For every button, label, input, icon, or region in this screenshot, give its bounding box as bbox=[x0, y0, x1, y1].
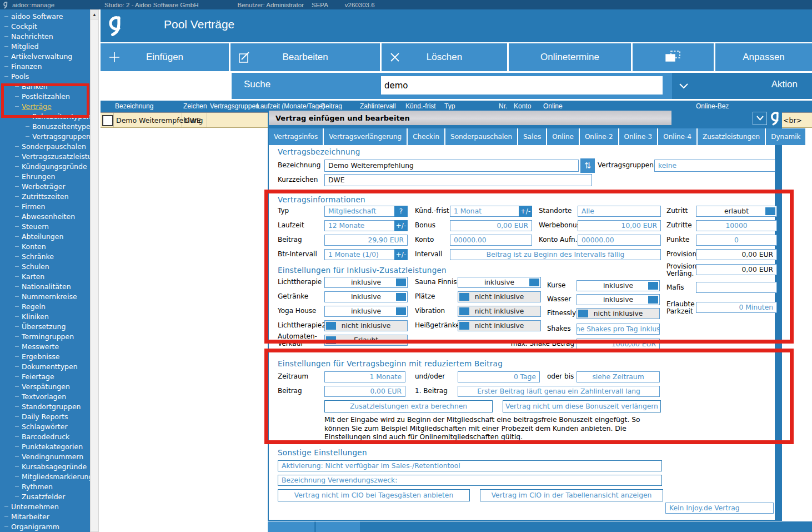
mafis-field[interactable] bbox=[696, 282, 777, 293]
dialog-titlebar[interactable]: Vertrag einfügen und bearbeiten bbox=[269, 111, 671, 125]
sidebar-item[interactable]: Pools bbox=[0, 71, 90, 81]
getraenke-toggle[interactable]: inklusive bbox=[324, 291, 408, 302]
sidebar-item[interactable]: Vendingnummern bbox=[0, 451, 90, 461]
lichttherapie2-toggle[interactable]: nicht inklusive bbox=[324, 320, 408, 331]
punkte-field[interactable]: 0 bbox=[696, 235, 777, 246]
sidebar-item[interactable]: Rythmen bbox=[0, 481, 90, 491]
sidebar-item[interactable]: Mitgliedsmarkierungen bbox=[0, 471, 90, 481]
sidebar-item[interactable]: Bonuszeitentypen bbox=[0, 121, 90, 131]
sidebar-item[interactable]: Daily Reports bbox=[0, 411, 90, 421]
sidebar-item[interactable]: Abwesenheiten bbox=[0, 211, 90, 221]
column-header[interactable]: Online-Bez bbox=[696, 102, 729, 110]
column-header[interactable]: Künd.-frist bbox=[405, 102, 436, 110]
sidebar-item[interactable]: Regeln bbox=[0, 301, 90, 311]
injoy-field[interactable]: Kein Injoy.de Vertrag bbox=[665, 503, 774, 514]
zutritt-toggle[interactable]: erlaubt bbox=[696, 206, 777, 217]
vibration-toggle[interactable]: nicht inklusive bbox=[458, 306, 541, 317]
parkzeit-field[interactable]: 0 Minuten bbox=[696, 302, 777, 313]
sidebar-item[interactable]: aidoo Software bbox=[0, 11, 90, 21]
sidebar-item[interactable]: Verspätungen bbox=[0, 381, 90, 391]
sidebar-item[interactable]: Organigramm bbox=[0, 521, 90, 531]
sidebar-item[interactable]: Nummernkreise bbox=[0, 291, 90, 301]
beitrag-field[interactable]: 29,90 EUR bbox=[324, 235, 408, 246]
sidebar-item[interactable]: Artikelverwaltung bbox=[0, 51, 90, 61]
yoga-toggle[interactable]: inklusive bbox=[324, 306, 408, 317]
sidebar-item[interactable]: Schlagwörter bbox=[0, 421, 90, 431]
sidebar-item[interactable]: Vertragszusatzleistungen bbox=[0, 151, 90, 161]
sidebar-item[interactable]: Sonderpauschalen bbox=[0, 141, 90, 151]
sidebar-item[interactable]: Unternehmen bbox=[0, 501, 90, 511]
sidebar-item[interactable]: Mitarbeiter bbox=[0, 511, 90, 521]
kurse-toggle[interactable]: inklusive bbox=[577, 280, 660, 291]
translate-swap-icon[interactable]: ⇅ bbox=[580, 158, 595, 173]
bonus-field[interactable]: 0,00 EUR bbox=[450, 220, 532, 231]
sidebar-item[interactable]: Ruhezeitentypen bbox=[0, 111, 90, 121]
dialog-tab[interactable]: Online-2 bbox=[580, 128, 618, 145]
dialog-tab[interactable]: Sales bbox=[518, 128, 546, 145]
sidebar-item[interactable]: Schränke bbox=[0, 251, 90, 261]
sidebar-item[interactable]: Kündigungsgründe bbox=[0, 161, 90, 171]
konto-aufn-field[interactable]: 00000.00 bbox=[578, 235, 661, 246]
vertragsgruppen-field[interactable]: keine bbox=[654, 160, 775, 172]
bezeichnung-field[interactable]: Demo Weiterempfehlung bbox=[324, 160, 579, 172]
sidebar-item[interactable]: Karten bbox=[0, 271, 90, 281]
column-header[interactable]: Online bbox=[543, 102, 563, 110]
sidebar-item[interactable]: Vertragsgruppen bbox=[0, 131, 90, 141]
lichttherapie-toggle[interactable]: inklusive bbox=[324, 277, 408, 288]
sidebar-item[interactable]: Ergebnisse bbox=[0, 351, 90, 361]
sidebar-item[interactable]: Banken bbox=[0, 81, 90, 91]
column-header[interactable]: Laufzeit (Monate/Tage) bbox=[257, 102, 325, 110]
dialog-footer-button-2[interactable] bbox=[316, 521, 360, 532]
sidebar-item[interactable]: Cockpit bbox=[0, 21, 90, 31]
erster-beitrag-field[interactable]: Erster Beitrag läuft genau ein Zahlinter… bbox=[458, 386, 660, 397]
insert-button[interactable]: Einfügen bbox=[101, 43, 229, 71]
fitnessly-toggle[interactable]: nicht inklusive bbox=[577, 308, 660, 319]
sidebar-item[interactable]: Punktekategorien bbox=[0, 441, 90, 451]
laufzeit-stepper[interactable]: +/- bbox=[394, 220, 408, 231]
column-header[interactable]: Vertragsgruppen bbox=[210, 102, 259, 110]
sidebar-item[interactable]: Nachrichten bbox=[0, 31, 90, 41]
sidebar-item[interactable]: Standortgruppen bbox=[0, 401, 90, 411]
oderbis-field[interactable]: siehe Zeitraum bbox=[577, 371, 660, 382]
shakes-field[interactable]: keine Shakes pro Tag inklusive bbox=[577, 324, 660, 335]
sidebar-item[interactable]: Zutrittszeiten bbox=[0, 191, 90, 201]
dialog-tab[interactable]: Vertragsverlängerung bbox=[324, 128, 407, 145]
zeitraum-field[interactable]: 1 Monate bbox=[324, 371, 405, 382]
cio-tabellenansicht-button[interactable]: Vertrag im CIO in der Tabellenansicht an… bbox=[480, 489, 663, 501]
scroll-up-arrow-icon[interactable]: ▲ bbox=[91, 10, 98, 19]
aktivierung-field[interactable]: Aktivierung: Nicht verfügbar im Sales-/R… bbox=[278, 460, 662, 471]
column-header[interactable]: Bezeichnung bbox=[115, 102, 153, 110]
column-header[interactable]: Nr. bbox=[499, 102, 507, 110]
customize-button[interactable]: Anpassen bbox=[715, 43, 812, 71]
verwendungszweck-field[interactable]: Bezeichnung Verwendungszweck: bbox=[278, 475, 662, 486]
reduced-beitrag-field[interactable]: 0,00 EUR bbox=[324, 386, 405, 397]
intervall-field[interactable]: Beitrag ist zu Beginn des Intervalls fäl… bbox=[450, 249, 661, 260]
sidebar-item[interactable]: Mitglied bbox=[0, 41, 90, 51]
sidebar-item[interactable]: Konten bbox=[0, 241, 90, 251]
sidebar-item[interactable]: Termingruppen bbox=[0, 331, 90, 341]
action-dropdown[interactable]: Aktion bbox=[672, 73, 812, 99]
kuend-frist-stepper[interactable]: +/- bbox=[519, 206, 532, 217]
provision-verl-field[interactable]: 0,00 EUR bbox=[696, 264, 777, 275]
zusatz-extra-button[interactable]: Zusatzleistungen extra berechnen bbox=[324, 400, 493, 412]
sidebar-item[interactable]: Postleitzahlen bbox=[0, 91, 90, 101]
sidebar-item[interactable]: Übersetzung bbox=[0, 321, 90, 331]
plaetze-toggle[interactable]: nicht inklusive bbox=[458, 291, 541, 302]
sidebar-item[interactable]: Steuern bbox=[0, 221, 90, 231]
sidebar-item[interactable]: Barcodedruck bbox=[0, 431, 90, 441]
sidebar-item[interactable]: Kursabsagegründe bbox=[0, 461, 90, 471]
dialog-collapse-button[interactable] bbox=[753, 112, 767, 125]
column-header[interactable]: Zeichen bbox=[183, 102, 207, 110]
kurzzeichen-field[interactable]: DWE bbox=[324, 174, 592, 186]
dialog-tab[interactable]: Vertragsinfos bbox=[269, 128, 323, 145]
wasser-toggle[interactable]: inklusive bbox=[577, 294, 660, 305]
sidebar-item[interactable]: Ehrungen bbox=[0, 171, 90, 181]
sidebar-item[interactable]: Verträge bbox=[0, 101, 90, 111]
sidebar-scrollbar[interactable]: ▲ bbox=[90, 9, 99, 532]
werbebonus-field[interactable]: 10,00 EUR bbox=[578, 220, 661, 231]
sauna-toggle[interactable]: inklusive bbox=[458, 277, 541, 288]
btr-intervall-stepper[interactable]: +/- bbox=[394, 249, 408, 260]
sidebar-item[interactable]: Feiertage bbox=[0, 371, 90, 381]
sidebar-item[interactable]: Messwerte bbox=[0, 341, 90, 351]
max-shake-field[interactable]: 1000,00 EUR bbox=[577, 339, 660, 350]
